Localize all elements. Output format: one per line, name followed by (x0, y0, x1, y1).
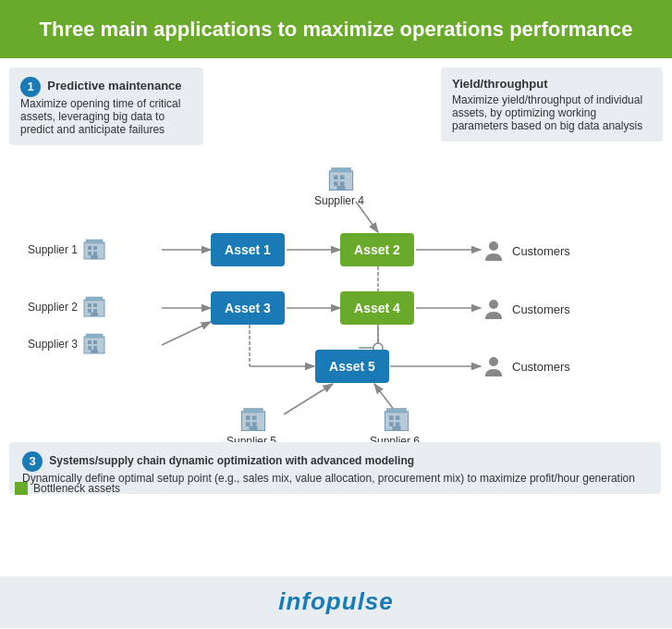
supplier-2: Supplier 2 (28, 294, 107, 320)
legend-text: Bottleneck assets (33, 482, 120, 495)
svg-rect-43 (334, 181, 338, 186)
svg-rect-31 (91, 313, 98, 316)
svg-rect-58 (396, 422, 400, 426)
svg-rect-29 (88, 309, 92, 313)
svg-rect-36 (88, 346, 92, 350)
asset-1-box: Asset 1 (211, 233, 285, 266)
annotation-1-text: Maximize opening time of critical assets… (20, 97, 180, 136)
annotation-3-title: Systems/supply chain dynamic optimizatio… (49, 454, 414, 467)
brand-name: infopulse (278, 587, 394, 616)
supplier-4-label: Supplier 4 (314, 194, 364, 207)
svg-rect-42 (340, 175, 345, 179)
main-content: 1 Predictive maintenance Maximize openin… (0, 58, 672, 576)
svg-point-61 (489, 241, 498, 251)
svg-rect-57 (389, 422, 394, 426)
page-header: Three main applications to maximize oper… (0, 0, 672, 58)
svg-point-63 (489, 357, 498, 366)
svg-rect-59 (392, 426, 400, 430)
asset-2-label: Asset 2 (354, 242, 400, 257)
asset-4-box: Asset 4 (340, 291, 414, 325)
svg-rect-44 (340, 181, 345, 186)
svg-rect-50 (246, 422, 250, 426)
svg-line-4 (162, 322, 211, 345)
svg-rect-53 (244, 408, 263, 413)
customer-2-label: Customers (512, 302, 570, 316)
supplier-2-label: Supplier 2 (28, 301, 78, 314)
svg-rect-39 (86, 334, 103, 338)
asset-5-box: Asset 5 (315, 350, 389, 383)
svg-rect-30 (93, 309, 97, 313)
diagram-area: 1 Predictive maintenance Maximize openin… (0, 58, 672, 502)
svg-rect-55 (389, 415, 394, 420)
svg-rect-24 (91, 255, 98, 259)
asset-3-label: Asset 3 (225, 301, 271, 315)
svg-rect-35 (93, 340, 97, 344)
annotation-2-text: Maximize yield/throughput of individual … (452, 93, 642, 132)
svg-rect-48 (246, 415, 250, 420)
svg-rect-46 (332, 167, 351, 172)
svg-line-16 (284, 384, 333, 414)
annotation-2-title: Yield/throughput (452, 77, 652, 91)
customer-3: Customers (481, 354, 570, 380)
asset-1-label: Asset 1 (225, 242, 271, 257)
svg-rect-56 (396, 415, 400, 420)
annotation-predictive: 1 Predictive maintenance Maximize openin… (9, 68, 203, 145)
footer: infopulse (0, 576, 672, 628)
svg-rect-52 (249, 426, 257, 430)
svg-rect-37 (93, 346, 97, 350)
svg-rect-41 (334, 175, 338, 179)
svg-rect-28 (93, 303, 97, 307)
svg-rect-21 (93, 246, 97, 250)
page-title: Three main applications to maximize oper… (37, 17, 635, 43)
customer-2: Customers (481, 297, 570, 323)
asset-4-label: Asset 4 (354, 301, 400, 315)
svg-rect-38 (91, 350, 98, 353)
annotation-yield: Yield/throughput Maximize yield/throughp… (441, 68, 663, 142)
supplier-4: Supplier 4 (314, 165, 364, 207)
svg-rect-20 (88, 246, 92, 250)
customer-3-label: Customers (512, 360, 570, 374)
svg-point-62 (489, 300, 498, 309)
supplier-6: Supplier 6 (370, 405, 420, 448)
svg-rect-60 (387, 408, 407, 413)
supplier-5: Supplier 5 (226, 405, 276, 448)
annotation-1-badge: 1 Predictive maintenance (20, 80, 182, 92)
svg-rect-22 (88, 252, 92, 255)
supplier-1-label: Supplier 1 (28, 243, 78, 256)
svg-rect-49 (252, 415, 257, 420)
asset-3-box: Asset 3 (211, 291, 285, 325)
asset-5-label: Asset 5 (329, 359, 375, 374)
customer-1-label: Customers (512, 244, 570, 258)
legend-color-box (15, 482, 28, 495)
svg-rect-45 (336, 185, 345, 190)
asset-2-box: Asset 2 (340, 233, 414, 266)
svg-rect-34 (88, 340, 92, 344)
supplier-1: Supplier 1 (28, 237, 107, 263)
svg-rect-23 (93, 252, 97, 255)
svg-rect-51 (252, 422, 257, 426)
supplier-3: Supplier 3 (28, 331, 107, 357)
svg-rect-32 (86, 297, 103, 301)
customer-1: Customers (481, 239, 570, 265)
legend: Bottleneck assets (15, 482, 120, 495)
svg-rect-27 (88, 303, 92, 307)
svg-rect-25 (86, 240, 103, 243)
annotation-3-badge: 3 Systems/supply chain dynamic optimizat… (22, 454, 414, 467)
supplier-3-label: Supplier 3 (28, 338, 78, 351)
